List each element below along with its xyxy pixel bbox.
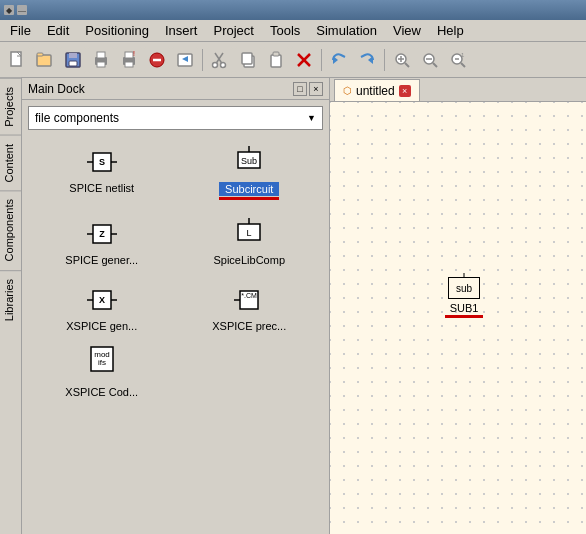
comp-label-spice-netlist: SPICE netlist <box>69 182 134 194</box>
svg-rect-23 <box>271 55 281 67</box>
svg-text:*.CM: *.CM <box>241 292 257 299</box>
title-bar: ◆ — <box>0 0 586 20</box>
tab-close-btn[interactable]: × <box>399 85 411 97</box>
comp-icon-xspice-gen: X <box>77 282 127 318</box>
dock-restore-btn[interactable]: □ <box>293 82 307 96</box>
menu-help[interactable]: Help <box>429 21 472 40</box>
tab-label: untitled <box>356 84 395 98</box>
svg-text:S: S <box>99 157 105 167</box>
title-bar-icon-2[interactable]: — <box>17 5 27 15</box>
comp-icon-xspice-prec: *.CM <box>224 282 274 318</box>
sub-component-underline <box>445 315 483 318</box>
menu-tools[interactable]: Tools <box>262 21 308 40</box>
tab-bar: ⬡ untitled × <box>330 78 586 102</box>
components-panel: file components ▼ S SPICE netlist <box>22 100 329 534</box>
comp-item-subcircuit[interactable]: Sub Subcircuit <box>176 140 324 204</box>
dock-header-btns: □ × <box>293 82 323 96</box>
svg-rect-4 <box>69 53 77 58</box>
title-bar-icon-1[interactable]: ◆ <box>4 5 14 15</box>
svg-point-19 <box>213 62 218 67</box>
tab-icon: ⬡ <box>343 85 352 96</box>
comp-icon-spice-general: Z <box>77 216 127 252</box>
comp-item-xspice-cod[interactable]: mod ifs XSPICE Cod... <box>28 344 176 402</box>
menu-project[interactable]: Project <box>205 21 261 40</box>
toolbar-cancel[interactable] <box>144 47 170 73</box>
toolbar-delete[interactable] <box>291 47 317 73</box>
left-panel: Main Dock □ × file components ▼ <box>22 78 330 534</box>
svg-text:Sub: Sub <box>241 156 257 166</box>
comp-item-spice-general[interactable]: Z SPICE gener... <box>28 212 176 270</box>
svg-line-37 <box>461 63 465 67</box>
comp-item-spice-netlist[interactable]: S SPICE netlist <box>28 140 176 204</box>
toolbar-redo[interactable] <box>354 47 380 73</box>
toolbar-print[interactable] <box>88 47 114 73</box>
comp-icon-subcircuit: Sub <box>224 144 274 180</box>
comp-label-spice-lib: SpiceLibComp <box>213 254 285 266</box>
svg-point-20 <box>221 62 226 67</box>
canvas-area[interactable]: sub SUB1 <box>330 102 586 534</box>
svg-marker-27 <box>333 56 338 64</box>
svg-rect-11 <box>125 62 133 67</box>
comp-icon-spice-netlist: S <box>77 144 127 180</box>
menu-edit[interactable]: Edit <box>39 21 77 40</box>
menu-simulation[interactable]: Simulation <box>308 21 385 40</box>
comp-item-xspice-prec[interactable]: *.CM XSPICE prec... <box>176 278 324 336</box>
main-layout: Projects Content Components Libraries Ma… <box>0 78 586 534</box>
svg-rect-7 <box>97 52 105 58</box>
toolbar-paste[interactable] <box>263 47 289 73</box>
comp-label-spice-general: SPICE gener... <box>65 254 138 266</box>
toolbar-zoom-fit[interactable]: 1 <box>445 47 471 73</box>
svg-rect-2 <box>37 53 43 56</box>
side-tab-projects[interactable]: Projects <box>0 78 21 135</box>
canvas-dots <box>330 102 586 534</box>
svg-line-34 <box>433 63 437 67</box>
comp-label-xspice-prec: XSPICE prec... <box>212 320 286 332</box>
dropdown-arrow-icon: ▼ <box>307 113 316 123</box>
svg-rect-10 <box>125 52 133 58</box>
svg-text:1: 1 <box>461 52 465 58</box>
svg-text:X: X <box>99 295 105 305</box>
toolbar-zoom-out[interactable] <box>417 47 443 73</box>
toolbar-zoom-in[interactable] <box>389 47 415 73</box>
svg-text:Z: Z <box>99 229 105 239</box>
menu-bar: File Edit Positioning Insert Project Too… <box>0 20 586 42</box>
canvas-tab[interactable]: ⬡ untitled × <box>334 79 420 101</box>
canvas-sub-component[interactable]: sub SUB1 <box>445 277 483 318</box>
component-grid: S SPICE netlist Sub S <box>28 140 323 402</box>
toolbar: ! 1 <box>0 42 586 78</box>
components-dropdown[interactable]: file components ▼ <box>28 106 323 130</box>
menu-insert[interactable]: Insert <box>157 21 206 40</box>
menu-view[interactable]: View <box>385 21 429 40</box>
menu-positioning[interactable]: Positioning <box>77 21 157 40</box>
toolbar-copy[interactable] <box>235 47 261 73</box>
svg-rect-8 <box>97 62 105 67</box>
toolbar-new[interactable] <box>4 47 30 73</box>
comp-item-xspice-gen[interactable]: X XSPICE gen... <box>28 278 176 336</box>
svg-rect-24 <box>273 52 279 56</box>
svg-text:!: ! <box>133 51 135 57</box>
side-tab-components[interactable]: Components <box>0 190 21 269</box>
subcircuit-underline <box>219 197 279 200</box>
toolbar-undo[interactable] <box>326 47 352 73</box>
svg-marker-28 <box>368 56 373 64</box>
svg-rect-22 <box>242 53 252 64</box>
toolbar-cut[interactable] <box>207 47 233 73</box>
toolbar-open[interactable] <box>32 47 58 73</box>
sub-component-box: sub <box>448 277 480 299</box>
toolbar-sep-3 <box>384 49 385 71</box>
dock-close-btn[interactable]: × <box>309 82 323 96</box>
svg-rect-1 <box>37 55 51 66</box>
comp-item-spice-lib[interactable]: L SpiceLibComp <box>176 212 324 270</box>
sub-component-box-label: sub <box>456 283 472 294</box>
toolbar-print2[interactable]: ! <box>116 47 142 73</box>
comp-label-subcircuit: Subcircuit <box>219 182 279 196</box>
svg-line-30 <box>405 63 409 67</box>
right-panel: ⬡ untitled × sub SUB1 <box>330 78 586 534</box>
svg-text:ifs: ifs <box>98 358 106 367</box>
menu-file[interactable]: File <box>2 21 39 40</box>
side-tab-libraries[interactable]: Libraries <box>0 270 21 329</box>
toolbar-export[interactable] <box>172 47 198 73</box>
toolbar-save[interactable] <box>60 47 86 73</box>
side-tab-content[interactable]: Content <box>0 135 21 191</box>
svg-text:L: L <box>247 228 252 238</box>
